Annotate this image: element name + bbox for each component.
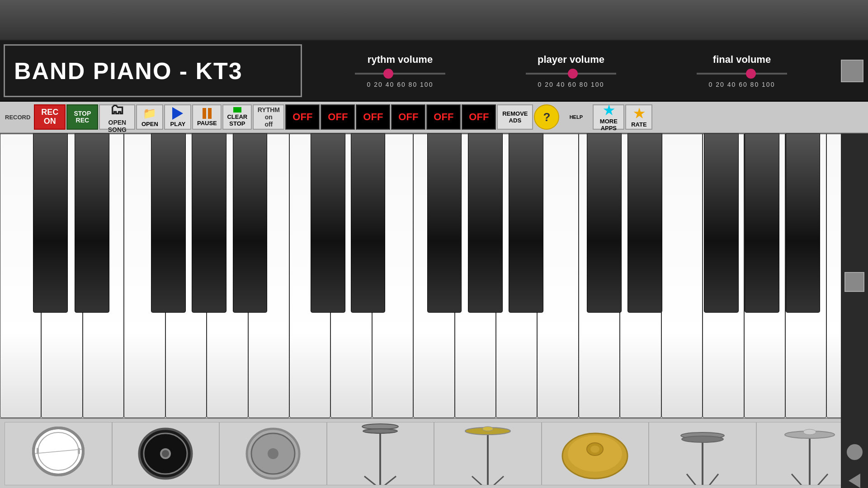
drum-cymbal-stand[interactable] [434, 422, 542, 485]
rythm-volume-label: rythm volume [368, 54, 433, 66]
play-icon [172, 107, 183, 120]
drum-snare[interactable] [5, 422, 112, 485]
rythm-slider-knob[interactable] [383, 69, 393, 79]
black-key-2[interactable] [75, 133, 109, 313]
rate-star-icon: ★ [633, 106, 645, 121]
svg-point-34 [803, 429, 816, 435]
record-label: RECORD [2, 114, 33, 121]
black-key-5[interactable] [233, 133, 268, 313]
black-key-3[interactable] [151, 133, 186, 313]
svg-line-17 [385, 476, 396, 485]
svg-line-21 [472, 476, 482, 485]
off-button-4[interactable]: OFF [391, 104, 425, 130]
toolbar-row: RECORD REC ON STOP REC 🗂 OPEN SONG 📁 OPE… [0, 102, 868, 133]
piano-keys [0, 133, 868, 418]
header-row: BAND PIANO - KT3 rythm volume 0 20 40 60… [0, 41, 868, 102]
off-button-3[interactable]: OFF [356, 104, 390, 130]
rythm-slider-scale: 0 20 40 60 80 100 [367, 81, 434, 88]
black-key-9[interactable] [468, 133, 503, 313]
rec-on-button[interactable]: REC ON [34, 104, 66, 130]
pause-icon [203, 108, 212, 119]
black-key-1[interactable] [33, 133, 68, 313]
sidebar-back-button[interactable] [849, 474, 860, 488]
folder-icon: 🗂 [110, 101, 124, 118]
hihat-stand-icon [355, 422, 405, 485]
black-key-4[interactable] [192, 133, 226, 313]
drum-cymbal-large[interactable] [542, 422, 649, 485]
final-volume-control: final volume 0 20 40 60 80 100 [690, 54, 794, 88]
bass-drum-icon [244, 424, 302, 483]
main-area: BAND PIANO - KT3 rythm volume 0 20 40 60… [0, 41, 868, 488]
final-slider-knob[interactable] [746, 69, 756, 79]
drum-bass[interactable] [219, 422, 327, 485]
drum-bass-dark[interactable] [112, 422, 220, 485]
corner-button[interactable] [841, 60, 863, 82]
remove-ads-button[interactable]: REMOVE ADS [497, 104, 533, 130]
drum-hihat[interactable] [649, 422, 756, 485]
off-button-5[interactable]: OFF [426, 104, 461, 130]
svg-line-31 [709, 474, 718, 485]
black-key-6[interactable] [311, 133, 345, 313]
svg-point-9 [162, 450, 169, 457]
stop-rec-button[interactable]: STOP REC [66, 104, 98, 130]
svg-line-30 [687, 474, 696, 485]
white-key-14[interactable] [537, 133, 578, 418]
help-label-area: HELP [560, 114, 592, 120]
final-slider[interactable] [697, 69, 787, 78]
sidebar-square-button[interactable] [844, 272, 864, 292]
svg-point-26 [590, 446, 599, 453]
svg-point-29 [682, 436, 723, 442]
black-key-8[interactable] [427, 133, 462, 313]
open-song-button[interactable]: 🗂 OPEN SONG [99, 104, 135, 130]
black-key-12[interactable] [627, 133, 662, 313]
player-slider-scale: 0 20 40 60 80 100 [538, 81, 604, 88]
open-button[interactable]: 📁 OPEN [136, 104, 163, 130]
rythm-slider-track [355, 73, 445, 75]
svg-point-15 [363, 429, 397, 433]
stop-icon [233, 107, 241, 113]
rate-button[interactable]: ★ RATE [625, 104, 652, 130]
off-button-6[interactable]: OFF [462, 104, 496, 130]
black-key-15[interactable] [786, 133, 821, 313]
white-keys [0, 133, 868, 418]
rythm-volume-control: rythm volume 0 20 40 60 80 100 [348, 54, 452, 88]
sidebar-circle-button[interactable] [847, 444, 863, 460]
player-slider[interactable] [526, 69, 616, 78]
top-bar [0, 0, 868, 41]
svg-line-16 [364, 476, 376, 485]
cymbal-large-icon [561, 424, 629, 483]
right-sidebar [841, 133, 868, 488]
svg-line-22 [494, 476, 504, 485]
black-key-11[interactable] [587, 133, 622, 313]
off-button-1[interactable]: OFF [285, 104, 320, 130]
volume-section: rythm volume 0 20 40 60 80 100 player vo… [306, 41, 836, 101]
more-apps-icon: ★ [603, 103, 614, 118]
svg-point-12 [268, 448, 278, 459]
white-key-17[interactable] [661, 133, 703, 418]
more-apps-button[interactable]: ★ MORE APPS [593, 104, 624, 130]
drum-hihat-stand[interactable] [327, 422, 434, 485]
black-key-10[interactable] [509, 133, 543, 313]
black-key-7[interactable] [351, 133, 386, 313]
player-volume-label: player volume [538, 54, 604, 66]
hihat-icon [678, 422, 727, 485]
final-slider-track [697, 73, 787, 75]
title-box: BAND PIANO - KT3 [4, 44, 302, 97]
svg-rect-5 [78, 448, 80, 454]
svg-point-20 [482, 427, 493, 431]
app-title: BAND PIANO - KT3 [14, 57, 243, 84]
black-key-13[interactable] [704, 133, 739, 313]
rythm-button[interactable]: RYTHM on off [253, 104, 284, 130]
clear-stop-button[interactable]: CLEAR STOP [222, 104, 252, 130]
pause-button[interactable]: PAUSE [192, 104, 222, 130]
help-button[interactable]: ? [534, 104, 559, 130]
open-folder-icon: 📁 [143, 107, 156, 120]
black-key-14[interactable] [745, 133, 779, 313]
svg-line-35 [792, 474, 802, 485]
off-button-2[interactable]: OFF [321, 104, 355, 130]
player-slider-knob[interactable] [568, 69, 578, 79]
rythm-slider[interactable] [355, 69, 445, 78]
play-button[interactable]: PLAY [164, 104, 191, 130]
final-slider-scale: 0 20 40 60 80 100 [709, 81, 775, 88]
svg-rect-4 [37, 448, 39, 454]
